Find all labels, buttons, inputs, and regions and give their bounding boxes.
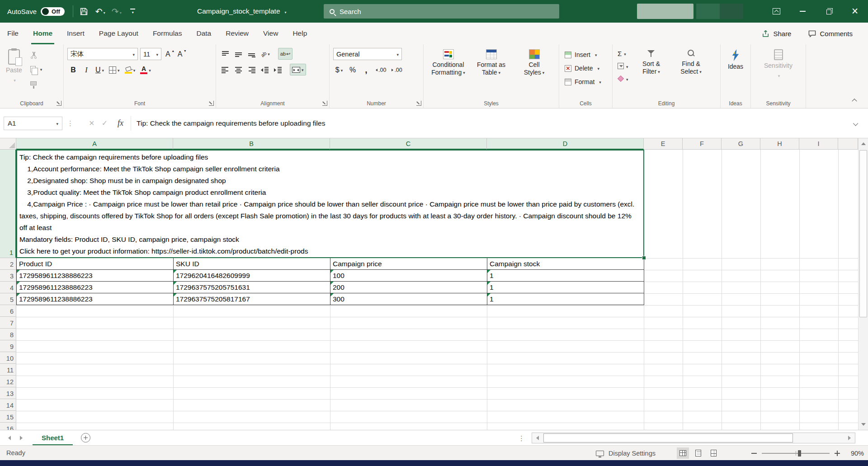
page-break-view-button[interactable] — [708, 447, 720, 459]
cell[interactable]: 100 — [330, 270, 487, 282]
bold-button[interactable]: B — [67, 64, 79, 76]
column-header-h[interactable]: H — [760, 138, 799, 150]
orientation-button[interactable] — [259, 48, 272, 60]
row-header[interactable]: 6 — [0, 305, 16, 317]
cell[interactable]: 200 — [330, 282, 487, 293]
find-select-button[interactable]: Find &Select — [673, 48, 709, 84]
ideas-button[interactable]: Ideas — [724, 48, 747, 71]
font-size-select[interactable]: 11 — [140, 48, 161, 60]
document-title[interactable]: Campaign_stock_template — [197, 0, 287, 23]
save-button[interactable] — [76, 3, 92, 20]
cell-header-sku-id[interactable]: SKU ID — [174, 258, 330, 270]
redo-button[interactable] — [108, 3, 125, 20]
clear-button[interactable] — [616, 73, 630, 84]
fill-handle[interactable] — [642, 256, 646, 260]
row-header[interactable]: 13 — [0, 387, 16, 399]
enter-button[interactable] — [102, 119, 108, 127]
row-header[interactable]: 11 — [0, 364, 16, 376]
increase-decimal-button[interactable]: .00 — [374, 64, 388, 76]
font-name-select[interactable]: 宋体 — [67, 48, 138, 60]
number-dialog-launcher[interactable] — [416, 101, 421, 106]
row-header[interactable]: 1 — [0, 150, 16, 258]
row-header[interactable]: 7 — [0, 317, 16, 329]
row-header[interactable]: 15 — [0, 411, 16, 423]
row-header[interactable]: 4 — [0, 282, 16, 293]
column-header-e[interactable]: E — [644, 138, 683, 150]
insert-function-button[interactable]: fx — [118, 118, 123, 128]
cell[interactable]: 1729637575205751631 — [174, 282, 330, 293]
font-dialog-launcher[interactable] — [209, 101, 214, 106]
underline-button[interactable]: U — [94, 64, 106, 76]
fill-button[interactable] — [616, 61, 630, 71]
vertical-scrollbar[interactable] — [858, 138, 868, 430]
number-format-select[interactable]: General — [333, 48, 402, 60]
format-cells-button[interactable]: Format — [563, 76, 609, 88]
cell-a1-merged-tip[interactable]: Tip: Check the campaign requirements bef… — [16, 150, 644, 258]
percent-style-button[interactable]: % — [347, 64, 359, 76]
zoom-in-button[interactable] — [835, 451, 840, 456]
tab-home[interactable]: Home — [26, 23, 60, 44]
sheet-tab-sheet1[interactable]: Sheet1 — [33, 430, 73, 446]
row-header[interactable]: 2 — [0, 258, 16, 270]
cell-header-campaign-stock[interactable]: Campaign stock — [487, 258, 644, 270]
row-header[interactable]: 12 — [0, 376, 16, 387]
collapse-ribbon-button[interactable] — [848, 94, 861, 105]
scroll-left-button[interactable] — [532, 433, 543, 443]
horizontal-scrollbar[interactable] — [532, 433, 855, 443]
search-box[interactable]: Search — [324, 4, 559, 19]
cell[interactable]: 1 — [487, 293, 644, 305]
align-middle-button[interactable] — [233, 48, 244, 60]
horizontal-scrollbar-thumb[interactable] — [543, 433, 793, 442]
autosum-button[interactable]: Σ — [616, 48, 630, 59]
cell[interactable]: 1 — [487, 270, 644, 282]
zoom-slider[interactable] — [762, 453, 830, 454]
scroll-up-button[interactable] — [859, 138, 868, 149]
page-layout-view-button[interactable] — [692, 447, 704, 459]
row-header[interactable]: 3 — [0, 270, 16, 282]
column-header-b[interactable]: B — [173, 138, 330, 150]
comments-button[interactable]: Comments — [803, 27, 858, 40]
column-header-d[interactable]: D — [487, 138, 644, 150]
row-header[interactable]: 5 — [0, 293, 16, 305]
accounting-format-button[interactable]: $ — [333, 64, 345, 76]
cancel-button[interactable] — [89, 118, 94, 128]
zoom-slider-thumb[interactable] — [798, 450, 801, 457]
align-right-button[interactable] — [246, 64, 257, 75]
italic-button[interactable]: I — [80, 64, 92, 76]
autosave-toggle[interactable]: AutoSave Off — [0, 7, 70, 16]
tab-data[interactable]: Data — [189, 23, 218, 44]
cell[interactable]: 1729620416482609999 — [174, 270, 330, 282]
align-left-button[interactable] — [220, 64, 231, 75]
tab-view[interactable]: View — [256, 23, 285, 44]
expand-formula-bar-button[interactable] — [848, 122, 864, 125]
row-header[interactable]: 8 — [0, 329, 16, 340]
formula-bar-resize-handle[interactable] — [67, 119, 74, 127]
comma-style-button[interactable]: , — [360, 64, 372, 76]
cut-button[interactable] — [29, 50, 44, 61]
name-box[interactable]: A1 — [4, 117, 62, 130]
conditional-formatting-button[interactable]: ConditionalFormatting — [427, 48, 469, 77]
tab-insert[interactable]: Insert — [60, 23, 92, 44]
delete-cells-button[interactable]: Delete — [563, 62, 609, 74]
copy-button[interactable] — [29, 64, 44, 75]
font-color-button[interactable]: A — [138, 64, 153, 76]
previous-sheet-button[interactable] — [8, 436, 11, 440]
fill-color-button[interactable] — [123, 64, 137, 76]
close-button[interactable] — [842, 0, 868, 23]
sort-filter-button[interactable]: Sort &Filter — [633, 48, 670, 84]
cell[interactable]: 1729589611238886223 — [17, 293, 174, 305]
next-sheet-button[interactable] — [20, 436, 23, 440]
cell-styles-button[interactable]: CellStyles — [513, 48, 555, 77]
tab-formulas[interactable]: Formulas — [146, 23, 189, 44]
alignment-dialog-launcher[interactable] — [322, 101, 327, 106]
display-settings-button[interactable]: Display Settings — [596, 446, 656, 461]
formula-input[interactable]: Tip: Check the campaign requirements bef… — [133, 119, 848, 127]
insert-cells-button[interactable]: Insert — [563, 49, 609, 61]
minimize-button[interactable] — [789, 0, 816, 23]
row-header[interactable]: 16 — [0, 423, 16, 430]
decrease-font-size-button[interactable]: A — [176, 49, 186, 59]
increase-font-size-button[interactable]: A — [164, 49, 174, 59]
zoom-out-button[interactable] — [751, 453, 757, 454]
add-sheet-button[interactable] — [81, 433, 90, 442]
select-all-button[interactable] — [0, 138, 16, 150]
